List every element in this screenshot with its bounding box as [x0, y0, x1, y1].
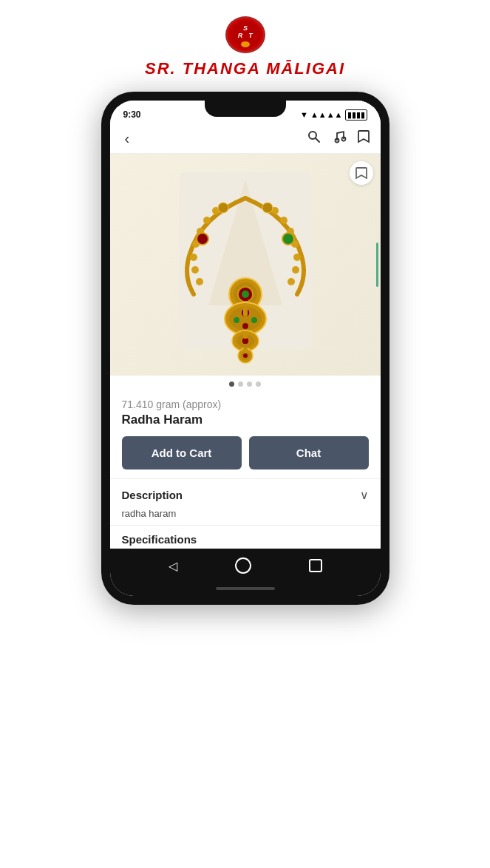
status-bar: 9:30 ▼ ▲▲▲▲ ▮▮▮▮ [110, 101, 381, 124]
music-icon[interactable] [332, 129, 347, 148]
svg-line-8 [316, 138, 319, 142]
signal-icon: ▲▲▲▲ [310, 110, 343, 119]
description-text: radha haram [122, 508, 369, 519]
android-nav-bar: ◁ [110, 549, 381, 583]
svg-point-6 [241, 41, 250, 47]
status-icons: ▼ ▲▲▲▲ ▮▮▮▮ [300, 109, 367, 121]
phone-frame: 9:30 ▼ ▲▲▲▲ ▮▮▮▮ ‹ [101, 92, 389, 605]
scrollbar [376, 243, 378, 287]
svg-point-25 [292, 266, 299, 274]
brand-header: S R T SR. THANGA MĀLIGAI [145, 0, 345, 86]
svg-point-17 [190, 254, 197, 261]
android-recents-button[interactable] [309, 559, 322, 572]
svg-point-28 [262, 203, 273, 213]
app-nav: ‹ [110, 124, 381, 154]
svg-point-39 [251, 317, 257, 323]
description-header[interactable]: Description ∨ [122, 488, 369, 502]
dot-3[interactable] [247, 382, 252, 387]
dot-2[interactable] [238, 382, 243, 387]
status-time: 9:30 [123, 109, 141, 120]
svg-point-38 [234, 317, 239, 323]
svg-text:S: S [242, 24, 247, 32]
svg-rect-49 [243, 347, 248, 353]
product-name: Radha Haram [122, 413, 369, 427]
brand-title: SR. THANGA MĀLIGAI [145, 59, 345, 78]
svg-point-14 [203, 217, 211, 224]
battery-icon: ▮▮▮▮ [345, 109, 367, 121]
nav-left: ‹ [120, 129, 135, 149]
bottom-pill [110, 583, 381, 596]
svg-rect-48 [243, 333, 248, 339]
brand-logo: S R T [224, 13, 267, 56]
search-icon[interactable] [307, 129, 321, 148]
bookmark-overlay-button[interactable] [350, 161, 373, 185]
chevron-down-icon: ∨ [360, 488, 369, 502]
svg-point-30 [282, 233, 294, 245]
add-to-cart-button[interactable]: Add to Cart [122, 436, 242, 469]
bookmark-nav-icon[interactable] [357, 129, 370, 148]
svg-point-26 [287, 278, 295, 285]
specifications-title: Specifications [122, 533, 369, 546]
svg-point-27 [218, 203, 228, 213]
svg-point-18 [191, 266, 199, 274]
bottom-indicator-pill [216, 587, 275, 590]
necklace-svg [110, 154, 381, 376]
phone-screen: 9:30 ▼ ▲▲▲▲ ▮▮▮▮ ‹ [110, 101, 381, 596]
necklace-illustration [149, 157, 341, 372]
specifications-section: Specifications [110, 525, 381, 549]
svg-rect-47 [243, 308, 248, 316]
description-title: Description [122, 489, 183, 501]
svg-point-21 [280, 217, 287, 224]
svg-point-34 [242, 291, 249, 298]
image-dots-indicator [110, 376, 381, 391]
chat-button[interactable]: Chat [249, 436, 369, 469]
notch [205, 101, 286, 117]
dot-4[interactable] [256, 382, 261, 387]
android-back-button[interactable]: ◁ [169, 559, 177, 573]
svg-point-29 [197, 233, 208, 245]
dot-1[interactable] [229, 382, 234, 387]
nav-right [307, 129, 370, 148]
product-weight: 71.410 gram (approx) [122, 399, 369, 410]
action-buttons: Add to Cart Chat [110, 427, 381, 478]
svg-point-24 [293, 254, 301, 261]
svg-text:R: R [237, 32, 242, 39]
product-info: 71.410 gram (approx) Radha Haram [110, 391, 381, 427]
description-section: Description ∨ radha haram [110, 478, 381, 525]
product-image [110, 154, 381, 376]
svg-point-46 [243, 353, 248, 358]
svg-point-19 [196, 278, 203, 285]
wifi-icon: ▼ [300, 110, 308, 119]
svg-point-40 [242, 323, 248, 329]
android-home-button[interactable] [235, 557, 251, 574]
back-button[interactable]: ‹ [120, 129, 135, 149]
